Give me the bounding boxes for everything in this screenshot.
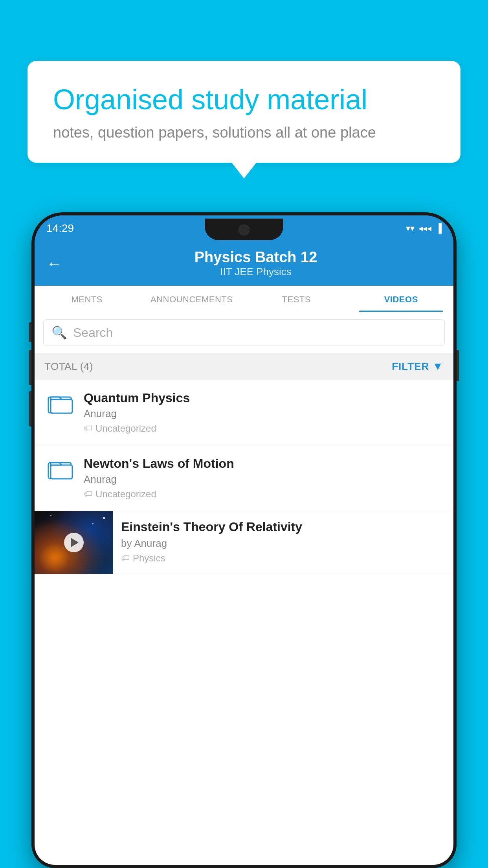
status-icons: ▾▾ ◂◂◂ ▐ bbox=[406, 223, 442, 234]
tab-videos[interactable]: VIDEOS bbox=[349, 286, 454, 312]
search-container: 🔍 Search bbox=[35, 312, 453, 353]
svg-rect-1 bbox=[51, 399, 72, 413]
header-main-title: Physics Batch 12 bbox=[70, 249, 442, 266]
phone-inner: 14:29 ▾▾ ◂◂◂ ▐ ← Physics Batch 12 IIT JE… bbox=[35, 215, 453, 865]
video-item-tag: 🏷 Physics bbox=[121, 553, 446, 564]
app-header: ← Physics Batch 12 IIT JEE Physics bbox=[35, 241, 453, 286]
wifi-icon: ▾▾ bbox=[406, 223, 415, 234]
video-item-author: by Anurag bbox=[121, 537, 446, 550]
power-button bbox=[457, 350, 459, 381]
phone-frame: 14:29 ▾▾ ◂◂◂ ▐ ← Physics Batch 12 IIT JE… bbox=[31, 212, 457, 868]
speech-bubble: Organised study material notes, question… bbox=[28, 61, 460, 163]
tag-label: Physics bbox=[133, 553, 165, 564]
play-triangle-icon bbox=[71, 538, 79, 547]
tab-announcements[interactable]: ANNOUNCEMENTS bbox=[139, 286, 244, 312]
content-list: Quantum Physics Anurag 🏷 Uncategorized bbox=[35, 380, 453, 865]
item-text: Newton's Laws of Motion Anurag 🏷 Uncateg… bbox=[84, 456, 444, 500]
item-author: Anurag bbox=[84, 473, 444, 485]
play-button[interactable] bbox=[64, 533, 84, 552]
volume-down-button bbox=[29, 391, 31, 427]
search-bar[interactable]: 🔍 Search bbox=[43, 319, 445, 346]
svg-rect-3 bbox=[51, 465, 72, 479]
phone-notch bbox=[205, 219, 283, 240]
item-tag: 🏷 Uncategorized bbox=[84, 423, 444, 434]
search-input[interactable]: Search bbox=[73, 326, 113, 340]
item-icon-area bbox=[44, 391, 76, 414]
bubble-title: Organised study material bbox=[53, 83, 435, 116]
folder-icon bbox=[48, 458, 73, 480]
list-item[interactable]: Quantum Physics Anurag 🏷 Uncategorized bbox=[35, 380, 453, 445]
bubble-subtitle: notes, question papers, solutions all at… bbox=[53, 124, 435, 141]
item-title: Quantum Physics bbox=[84, 391, 444, 405]
tab-bar: MENTS ANNOUNCEMENTS TESTS VIDEOS bbox=[35, 286, 453, 312]
item-title: Newton's Laws of Motion bbox=[84, 456, 444, 471]
signal-icon: ◂◂◂ bbox=[418, 223, 431, 234]
total-count: TOTAL (4) bbox=[44, 360, 93, 373]
tab-ments[interactable]: MENTS bbox=[35, 286, 139, 312]
list-item-video[interactable]: Einstein's Theory Of Relativity by Anura… bbox=[35, 511, 453, 574]
back-button[interactable]: ← bbox=[46, 255, 62, 272]
header-title-block: Physics Batch 12 IIT JEE Physics bbox=[70, 249, 442, 278]
filter-funnel-icon: ▼ bbox=[432, 360, 444, 373]
item-icon-area bbox=[44, 456, 76, 480]
phone-container: 14:29 ▾▾ ◂◂◂ ▐ ← Physics Batch 12 IIT JE… bbox=[31, 212, 457, 868]
tag-icon: 🏷 bbox=[84, 489, 92, 499]
tag-label: Uncategorized bbox=[95, 489, 156, 500]
tab-tests[interactable]: TESTS bbox=[244, 286, 349, 312]
filter-bar: TOTAL (4) FILTER ▼ bbox=[35, 353, 453, 380]
header-subtitle: IIT JEE Physics bbox=[70, 266, 442, 278]
volume-up-button bbox=[29, 350, 31, 385]
item-text: Quantum Physics Anurag 🏷 Uncategorized bbox=[84, 391, 444, 434]
front-camera bbox=[238, 224, 250, 235]
filter-label: FILTER bbox=[392, 360, 429, 373]
video-item-title: Einstein's Theory Of Relativity bbox=[121, 520, 446, 534]
video-item-text: Einstein's Theory Of Relativity by Anura… bbox=[113, 511, 453, 572]
mute-button bbox=[29, 322, 31, 342]
folder-icon bbox=[48, 392, 73, 414]
tag-icon: 🏷 bbox=[121, 553, 130, 563]
list-item[interactable]: Newton's Laws of Motion Anurag 🏷 Uncateg… bbox=[35, 445, 453, 511]
filter-button[interactable]: FILTER ▼ bbox=[392, 360, 444, 373]
item-tag: 🏷 Uncategorized bbox=[84, 489, 444, 500]
video-thumbnail bbox=[35, 511, 113, 574]
item-author: Anurag bbox=[84, 408, 444, 420]
speech-bubble-container: Organised study material notes, question… bbox=[28, 61, 460, 163]
tag-icon: 🏷 bbox=[84, 423, 92, 434]
tag-label: Uncategorized bbox=[95, 423, 156, 434]
battery-icon: ▐ bbox=[435, 223, 442, 234]
status-time: 14:29 bbox=[46, 222, 74, 235]
search-icon: 🔍 bbox=[51, 325, 67, 340]
